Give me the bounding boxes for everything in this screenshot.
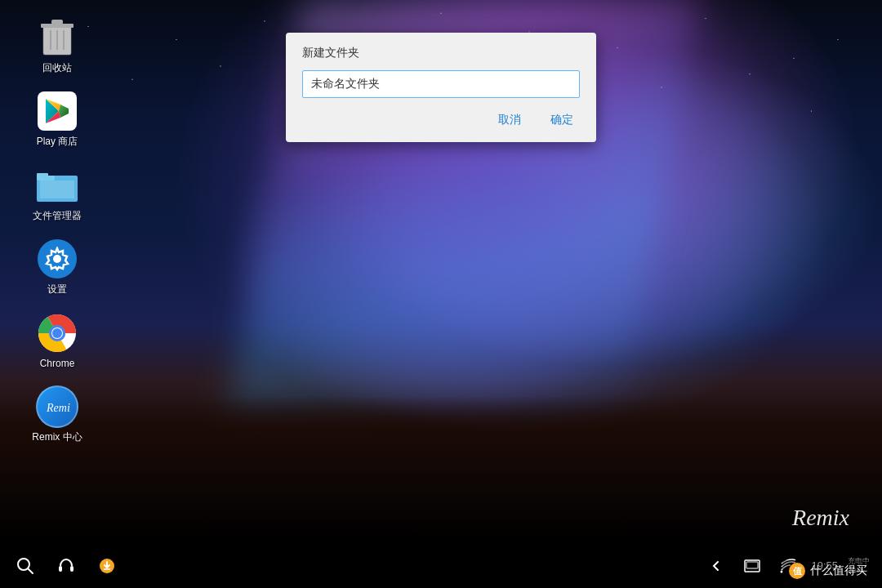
taskbar-window-icon[interactable] (739, 553, 765, 579)
taskbar-left (12, 553, 120, 579)
new-folder-dialog: 新建文件夹 取消 确定 (286, 33, 596, 142)
dialog-button-row: 取消 确定 (302, 109, 580, 131)
folder-name-input[interactable] (302, 70, 580, 98)
taskbar-notification-icon[interactable] (94, 553, 120, 579)
watermark-text: 什么值得买 (810, 564, 867, 578)
svg-rect-28 (746, 562, 758, 568)
taskbar-headphones-icon[interactable] (53, 553, 79, 579)
taskbar-search-icon[interactable] (12, 553, 38, 579)
svg-rect-24 (70, 566, 74, 572)
remix-logo: Remix (792, 505, 849, 531)
watermark-badge: 值 (789, 563, 805, 579)
svg-rect-23 (59, 566, 62, 572)
desktop: 回收站 (0, 0, 882, 588)
dialog-confirm-button[interactable]: 确定 (544, 109, 580, 131)
dialog-title: 新建文件夹 (302, 46, 580, 60)
svg-line-22 (28, 568, 33, 573)
dialog-overlay: 新建文件夹 取消 确定 (0, 0, 882, 543)
taskbar-back-icon[interactable] (703, 553, 729, 579)
dialog-cancel-button[interactable]: 取消 (492, 109, 528, 131)
taskbar: 19:55 充电中 2015 (0, 543, 882, 588)
watermark: 值 什么值得买 (782, 560, 874, 581)
